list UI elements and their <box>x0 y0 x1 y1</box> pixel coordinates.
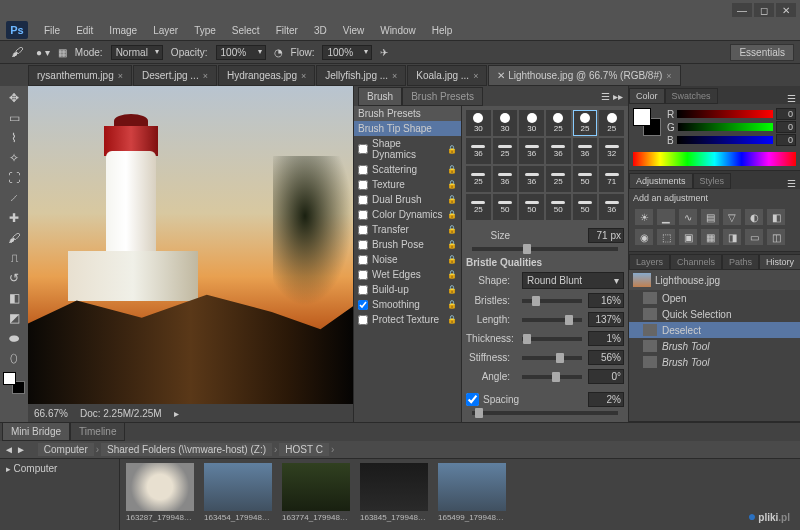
tab-layers[interactable]: Layers <box>629 254 670 270</box>
quality-slider[interactable] <box>522 337 582 341</box>
gradient-tool-icon[interactable]: ◩ <box>3 308 25 328</box>
brush-tip[interactable]: 50 <box>493 194 518 220</box>
quality-slider[interactable] <box>522 318 582 322</box>
brush-tip[interactable]: 36 <box>599 194 624 220</box>
heal-tool-icon[interactable]: ✚ <box>3 208 25 228</box>
bridge-thumbnail[interactable]: 163845_179948063... <box>358 463 430 526</box>
history-step[interactable]: Quick Selection <box>629 306 800 322</box>
eraser-tool-icon[interactable]: ◧ <box>3 288 25 308</box>
nav-back-icon[interactable]: ◄ <box>4 444 14 455</box>
tab-history[interactable]: History <box>759 254 800 270</box>
document-tab[interactable]: Koala.jpg ...× <box>407 65 487 86</box>
menu-select[interactable]: Select <box>224 22 268 39</box>
menu-help[interactable]: Help <box>424 22 461 39</box>
quality-slider[interactable] <box>522 299 582 303</box>
option-checkbox[interactable] <box>358 270 368 280</box>
nav-fwd-icon[interactable]: ► <box>16 444 26 455</box>
brush-tip[interactable]: 25 <box>466 194 491 220</box>
menu-layer[interactable]: Layer <box>145 22 186 39</box>
brush-tip[interactable]: 36 <box>519 138 544 164</box>
document-tab[interactable]: Jellyfish.jpg ...× <box>316 65 406 86</box>
history-brush-icon[interactable]: ↺ <box>3 268 25 288</box>
close-icon[interactable]: × <box>392 71 397 81</box>
tab-brush[interactable]: Brush <box>358 87 402 106</box>
brush-tip[interactable]: 36 <box>493 166 518 192</box>
brush-option-row[interactable]: Brush Tip Shape <box>354 121 461 136</box>
brush-tip[interactable]: 30 <box>493 110 518 136</box>
lock-icon[interactable]: 🔒 <box>447 270 457 279</box>
lasso-tool-icon[interactable]: ⌇ <box>3 128 25 148</box>
brush-presets-button[interactable]: Brush Presets <box>354 106 461 121</box>
shape-dropdown[interactable]: Round Blunt <box>522 272 624 289</box>
history-step[interactable]: Open <box>629 290 800 306</box>
brush-tip[interactable]: 25 <box>493 138 518 164</box>
g-slider[interactable] <box>678 123 773 131</box>
status-menu-icon[interactable]: ▸ <box>174 408 179 419</box>
quality-value[interactable]: 0° <box>588 369 624 384</box>
menu-3d[interactable]: 3D <box>306 22 335 39</box>
tab-timeline[interactable]: Timeline <box>70 422 125 441</box>
option-checkbox[interactable] <box>358 285 368 295</box>
bridge-thumbnail[interactable]: 163287_179948718... <box>124 463 196 526</box>
lock-icon[interactable]: 🔒 <box>447 255 457 264</box>
g-value[interactable]: 0 <box>776 121 796 133</box>
option-checkbox[interactable] <box>358 300 368 310</box>
lock-icon[interactable]: 🔒 <box>447 145 457 154</box>
r-value[interactable]: 0 <box>776 108 796 120</box>
option-checkbox[interactable] <box>358 255 368 265</box>
blur-tool-icon[interactable]: ⬬ <box>3 328 25 348</box>
brush-tip[interactable]: 50 <box>573 194 598 220</box>
zoom-level[interactable]: 66.67% <box>34 408 68 419</box>
close-icon[interactable]: × <box>118 71 123 81</box>
fg-bg-swatches[interactable] <box>3 372 25 394</box>
document-tab[interactable]: Desert.jpg ...× <box>133 65 217 86</box>
close-icon[interactable]: × <box>301 71 306 81</box>
lock-icon[interactable]: 🔒 <box>447 240 457 249</box>
spacing-checkbox[interactable] <box>466 393 479 406</box>
dodge-tool-icon[interactable]: ⬯ <box>3 348 25 368</box>
option-checkbox[interactable] <box>358 315 368 325</box>
stamp-tool-icon[interactable]: ⎍ <box>3 248 25 268</box>
quality-slider[interactable] <box>522 356 582 360</box>
option-checkbox[interactable] <box>358 195 368 205</box>
brush-tip[interactable]: 32 <box>599 138 624 164</box>
brush-preset-icon[interactable]: ● ▾ <box>36 47 50 58</box>
exposure-icon[interactable]: ▤ <box>701 209 719 225</box>
lock-icon[interactable]: 🔒 <box>447 165 457 174</box>
brush-option-row[interactable]: Dual Brush🔒 <box>354 192 461 207</box>
quality-value[interactable]: 1% <box>588 331 624 346</box>
airbrush-icon[interactable]: ✈ <box>380 47 388 58</box>
marquee-tool-icon[interactable]: ▭ <box>3 108 25 128</box>
selective-color-icon[interactable]: ◫ <box>767 229 785 245</box>
size-slider[interactable] <box>472 247 618 251</box>
tab-mini-bridge[interactable]: Mini Bridge <box>2 422 70 441</box>
color-spectrum[interactable] <box>633 152 796 166</box>
option-checkbox[interactable] <box>358 180 368 190</box>
panel-menu-icon[interactable]: ☰ <box>783 178 800 189</box>
menu-filter[interactable]: Filter <box>268 22 306 39</box>
lock-icon[interactable]: 🔒 <box>447 285 457 294</box>
brightness-icon[interactable]: ☀ <box>635 209 653 225</box>
brush-option-row[interactable]: Scattering🔒 <box>354 162 461 177</box>
document-canvas[interactable] <box>28 86 353 404</box>
close-icon[interactable]: × <box>666 71 671 81</box>
tab-swatches[interactable]: Swatches <box>665 88 718 104</box>
brush-option-row[interactable]: Brush Pose🔒 <box>354 237 461 252</box>
brush-option-row[interactable]: Protect Texture🔒 <box>354 312 461 327</box>
hue-icon[interactable]: ◐ <box>745 209 763 225</box>
flow-dropdown[interactable]: 100% <box>322 45 372 60</box>
lock-icon[interactable]: 🔒 <box>447 300 457 309</box>
eyedropper-tool-icon[interactable]: ⟋ <box>3 188 25 208</box>
gradient-map-icon[interactable]: ▭ <box>745 229 763 245</box>
option-checkbox[interactable] <box>358 225 368 235</box>
quality-slider[interactable] <box>522 375 582 379</box>
invert-icon[interactable]: ▣ <box>679 229 697 245</box>
quality-value[interactable]: 56% <box>588 350 624 365</box>
crumb-computer[interactable]: Computer <box>38 443 94 456</box>
posterize-icon[interactable]: ▦ <box>701 229 719 245</box>
option-checkbox[interactable] <box>358 240 368 250</box>
document-tab[interactable]: ✕ Lighthouse.jpg @ 66.7% (RGB/8#)× <box>488 65 680 86</box>
menu-file[interactable]: File <box>36 22 68 39</box>
brush-tip[interactable]: 50 <box>546 194 571 220</box>
brush-option-row[interactable]: Smoothing🔒 <box>354 297 461 312</box>
